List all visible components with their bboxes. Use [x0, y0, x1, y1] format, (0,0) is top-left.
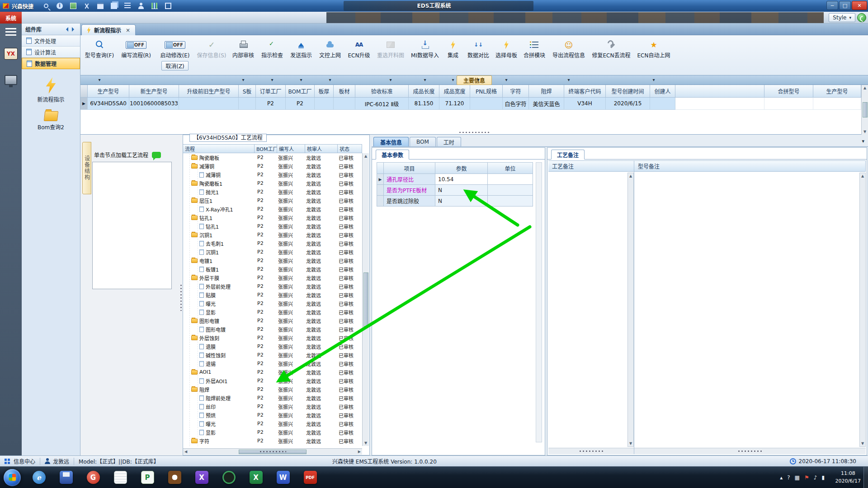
- value-cell[interactable]: N: [435, 196, 488, 206]
- column-header[interactable]: 验收标准: [355, 85, 409, 98]
- tray-input-indicator-icon[interactable]: ▦: [795, 474, 800, 481]
- window-icon[interactable]: [164, 1, 173, 10]
- scroll-thumb[interactable]: [363, 272, 368, 327]
- start-button[interactable]: [4, 469, 21, 486]
- tree-row[interactable]: 图形电镀P2张振兴龙敦远已审核: [183, 325, 362, 333]
- dropdown-arrow-icon[interactable]: ▾: [241, 77, 245, 82]
- dropdown-arrow-icon[interactable]: ▾: [388, 77, 393, 82]
- toggle-off-switch[interactable]: OFF: [126, 41, 146, 49]
- column-header[interactable]: PNL规格: [470, 85, 503, 98]
- copy-icon[interactable]: [109, 1, 118, 10]
- taskbar-tool-x-icon[interactable]: X: [192, 468, 212, 487]
- sidebar-item-3[interactable]: 数据管理: [22, 58, 80, 69]
- toolbar-button-2[interactable]: OFF编写流程(R): [117, 38, 156, 59]
- vertical-splitter-handle[interactable]: [180, 284, 182, 311]
- scroll-up-icon[interactable]: ▲: [863, 86, 866, 90]
- sub-tab-basic-parameters[interactable]: 基本参数: [376, 150, 409, 160]
- tree-row[interactable]: 显影P2张振兴龙敦远已审核: [183, 428, 362, 436]
- tab-close-icon[interactable]: ×: [126, 27, 130, 33]
- taskbar-camera-tool-icon[interactable]: [219, 468, 239, 487]
- dropdown-arrow-icon[interactable]: ▾: [270, 77, 274, 82]
- info-icon[interactable]: [55, 1, 64, 10]
- splitter-handle[interactable]: [579, 450, 604, 453]
- column-header-pinned[interactable]: 合拼型号: [764, 85, 813, 98]
- tree-row[interactable]: 曝光P2张振兴龙敦远已审核: [183, 299, 362, 308]
- tree-row[interactable]: 层压1P2张振兴龙敦远已审核: [183, 196, 362, 205]
- scroll-up-icon[interactable]: ▲: [629, 174, 632, 178]
- taskbar-notepad-icon[interactable]: [110, 468, 130, 487]
- style-selector[interactable]: Style ▾: [829, 13, 855, 22]
- system-menu-badge[interactable]: 系统: [0, 12, 22, 23]
- toolbar-button-3[interactable]: OFF启动修改(E)取消(Z): [156, 38, 194, 70]
- dropdown-arrow-icon[interactable]: ▾: [451, 77, 455, 82]
- collapse-chevron-icon[interactable]: ▾: [862, 138, 864, 144]
- process-remarks-body[interactable]: ▲ ▼: [548, 172, 634, 454]
- column-header[interactable]: 终端客户代码: [564, 85, 606, 98]
- column-header-pinned[interactable]: 生产型号: [813, 85, 861, 98]
- taskbar-excel-icon[interactable]: X: [246, 468, 266, 487]
- scroll-left-icon[interactable]: ◀: [184, 450, 187, 454]
- sidebar-item-1[interactable]: 文件处理: [22, 35, 80, 47]
- taskbar-program-p-icon[interactable]: P: [137, 468, 157, 487]
- toggle-off-switch[interactable]: OFF: [165, 41, 185, 49]
- tree-row[interactable]: 图形电镀P2张振兴龙敦远已审核: [183, 316, 362, 325]
- toolbar-button-16[interactable]: 导出流程信息: [549, 38, 589, 59]
- splitter-handle[interactable]: [259, 450, 286, 453]
- column-header[interactable]: 板材: [334, 85, 355, 98]
- column-header[interactable]: 阻焊: [529, 85, 564, 98]
- scroll-up-icon[interactable]: ▲: [364, 154, 367, 158]
- tree-row[interactable]: 减薄铜P2张振兴龙敦远已审核: [183, 170, 362, 179]
- main-table-vertical-scrollbar[interactable]: ▲ ▼: [861, 85, 868, 135]
- tree-row[interactable]: 退膜P2张振兴龙敦远已审核: [183, 342, 362, 351]
- scissors-icon[interactable]: [82, 1, 91, 10]
- column-header-status[interactable]: 状态: [338, 144, 362, 153]
- parameter-row[interactable]: ▶通孔厚径比10.54: [377, 174, 533, 185]
- taskbar-save-tool-icon[interactable]: [56, 468, 76, 487]
- parameter-row[interactable]: 是否为PTFE板材N: [377, 185, 533, 196]
- dropdown-arrow-icon[interactable]: ▾: [476, 77, 481, 82]
- toolbar-button-18[interactable]: ECN自动上网: [634, 38, 674, 59]
- tree-row[interactable]: 碱性蚀刻P2张振兴龙敦远已审核: [183, 351, 362, 359]
- toolbar-button-1[interactable]: 型号查询(F): [82, 38, 117, 59]
- tree-row[interactable]: 去毛刺1P2张振兴龙敦远已审核: [183, 239, 362, 248]
- remarks-horizontal-scrollbar[interactable]: [634, 448, 866, 454]
- taskbar-pdf-reader-icon[interactable]: PDF: [300, 468, 320, 487]
- tree-row[interactable]: 字符P2张振兴龙敦远已审核: [183, 436, 362, 445]
- tray-help-icon[interactable]: ?: [787, 474, 790, 481]
- yx-logo[interactable]: YX: [4, 48, 18, 60]
- device-structure-box[interactable]: [92, 162, 172, 289]
- tree-row[interactable]: 陶瓷磨板P2张振兴龙敦远已审核: [183, 153, 362, 162]
- minimize-button[interactable]: ─: [826, 1, 838, 10]
- calculator-icon[interactable]: [96, 1, 105, 10]
- column-header-process-remarks[interactable]: 工艺备注: [548, 161, 634, 172]
- scroll-down-icon[interactable]: ▼: [629, 441, 632, 446]
- parameter-row[interactable]: 是否跳过除胶N: [377, 196, 533, 206]
- table-icon[interactable]: [69, 1, 78, 10]
- tree-row[interactable]: 阻焊P2张振兴龙敦远已审核: [183, 385, 362, 394]
- computer-icon[interactable]: [5, 75, 17, 85]
- info-center-label[interactable]: 信息中心: [14, 457, 35, 465]
- column-header-unit[interactable]: 单位: [488, 162, 533, 174]
- tree-row[interactable]: 阻焊前处理P2张振兴龙敦远已审核: [183, 394, 362, 402]
- hamburger-menu-icon[interactable]: [5, 28, 16, 36]
- tree-row[interactable]: 板镀1P2张振兴龙敦远已审核: [183, 265, 362, 273]
- taskbar-viewer-eye-icon[interactable]: [165, 468, 184, 487]
- sidebar-tool-new-flow[interactable]: 新流程指示: [22, 77, 80, 103]
- scroll-up-icon[interactable]: ▲: [861, 174, 864, 178]
- scroll-down-icon[interactable]: ▼: [861, 441, 864, 446]
- scroll-thumb[interactable]: [863, 102, 868, 117]
- tab-process-remarks[interactable]: 工艺备注: [551, 150, 585, 160]
- column-header[interactable]: 成品长度: [409, 85, 439, 98]
- column-header[interactable]: 升级前旧生产型号: [179, 85, 239, 98]
- value-cell[interactable]: 10.54: [435, 174, 488, 185]
- column-header[interactable]: 成品宽度: [439, 85, 470, 98]
- tree-row[interactable]: 显影P2张振兴龙敦远已审核: [183, 308, 362, 316]
- model-remarks-body[interactable]: ▲ ▼: [634, 172, 866, 454]
- column-header-reviewer[interactable]: 核审人: [305, 144, 338, 153]
- parameter-vertical-scrollbar[interactable]: [536, 162, 542, 442]
- tray-notification-flag-icon[interactable]: ⚑: [804, 474, 809, 481]
- tree-row[interactable]: 预烘P2张振兴龙敦远已审核: [183, 411, 362, 419]
- device-structure-vertical-tab[interactable]: 设备结构: [82, 142, 91, 194]
- main-info-data-row[interactable]: ▶6V34HD5SA010010600085033P2P2IPC-6012 Ⅱ级…: [80, 98, 861, 110]
- value-cell[interactable]: N: [435, 185, 488, 196]
